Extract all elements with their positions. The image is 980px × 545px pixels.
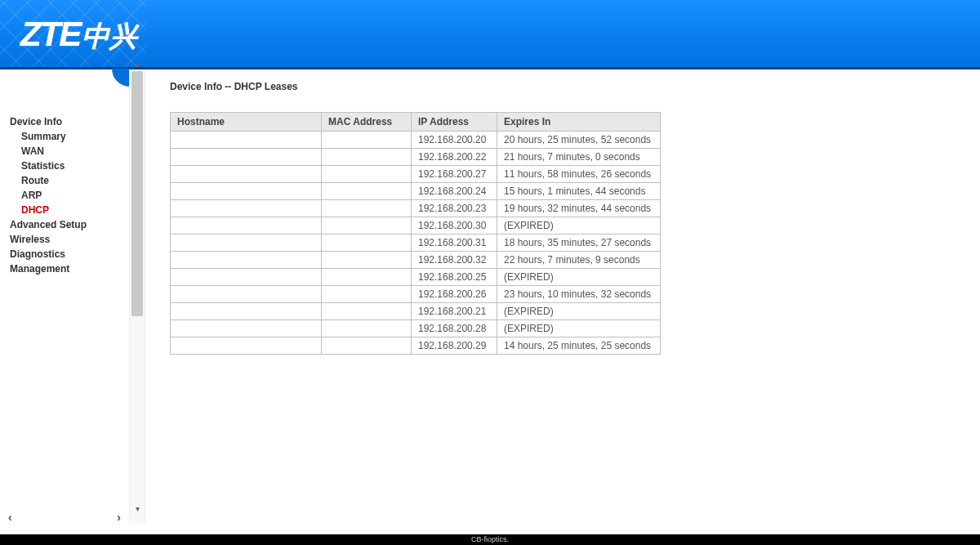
nav-item-statistics[interactable]: Statistics bbox=[10, 159, 129, 173]
header-corner-curve bbox=[112, 69, 130, 87]
footer-text: CB-fioptics. bbox=[471, 535, 509, 543]
th-ip: IP Address bbox=[412, 113, 497, 132]
table-row: 192.168.200.21(EXPIRED) bbox=[171, 303, 661, 320]
header: ZTE 中兴 bbox=[0, 0, 980, 69]
cell-mac bbox=[322, 132, 412, 149]
cell-hostname bbox=[171, 303, 322, 320]
cell-hostname bbox=[171, 166, 322, 183]
cell-ip: 192.168.200.23 bbox=[412, 200, 497, 217]
nav-item-diagnostics[interactable]: Diagnostics bbox=[10, 247, 129, 261]
cell-expires: (EXPIRED) bbox=[497, 303, 661, 320]
cell-expires: 21 hours, 7 minutes, 0 seconds bbox=[497, 149, 661, 166]
table-row: 192.168.200.2020 hours, 25 minutes, 52 s… bbox=[171, 132, 661, 149]
nav-item-wireless[interactable]: Wireless bbox=[10, 232, 129, 247]
table-row: 192.168.200.2319 hours, 32 minutes, 44 s… bbox=[171, 200, 661, 217]
footer-bar: CB-fioptics. bbox=[0, 534, 980, 545]
page-title: Device Info -- DHCP Leases bbox=[170, 81, 956, 92]
table-row: 192.168.200.25(EXPIRED) bbox=[171, 269, 661, 286]
cell-hostname bbox=[171, 217, 322, 235]
nav-item-wan[interactable]: WAN bbox=[10, 144, 129, 159]
scroll-thumb[interactable] bbox=[131, 71, 143, 316]
cell-ip: 192.168.200.30 bbox=[412, 217, 497, 235]
brand-logo-en: ZTE bbox=[20, 15, 80, 54]
sidebar-scrollbar[interactable]: ▴ ▾ bbox=[129, 69, 145, 523]
cell-hostname bbox=[171, 183, 322, 200]
scroll-up-icon[interactable]: ▴ bbox=[131, 58, 143, 69]
table-row: 192.168.200.2711 hours, 58 minutes, 26 s… bbox=[171, 166, 661, 183]
cell-ip: 192.168.200.24 bbox=[412, 183, 497, 200]
table-row: 192.168.200.2914 hours, 25 minutes, 25 s… bbox=[171, 337, 661, 355]
cell-hostname bbox=[171, 252, 322, 269]
cell-hostname bbox=[171, 132, 322, 149]
cell-ip: 192.168.200.28 bbox=[412, 320, 497, 337]
cell-mac bbox=[322, 320, 412, 337]
cell-mac bbox=[322, 183, 412, 200]
cell-expires: 18 hours, 35 minutes, 27 seconds bbox=[497, 235, 661, 252]
cell-ip: 192.168.200.20 bbox=[412, 132, 497, 149]
cell-mac bbox=[322, 200, 412, 217]
cell-mac bbox=[322, 217, 412, 235]
main-content: Device Info -- DHCP Leases Hostname MAC … bbox=[145, 69, 980, 523]
nav-item-dhcp[interactable]: DHCP bbox=[10, 203, 129, 217]
cell-ip: 192.168.200.25 bbox=[412, 269, 497, 286]
cell-hostname bbox=[171, 320, 322, 337]
nav-item-arp[interactable]: ARP bbox=[10, 188, 129, 203]
table-row: 192.168.200.28(EXPIRED) bbox=[171, 320, 661, 337]
nav-item-route[interactable]: Route bbox=[10, 173, 129, 188]
scroll-right-icon[interactable]: › bbox=[117, 511, 121, 524]
cell-ip: 192.168.200.31 bbox=[412, 235, 497, 252]
cell-mac bbox=[322, 286, 412, 303]
cell-expires: 23 hours, 10 minutes, 32 seconds bbox=[497, 286, 661, 303]
table-row: 192.168.200.3222 hours, 7 minutes, 9 sec… bbox=[171, 252, 661, 269]
cell-expires: 22 hours, 7 minutes, 9 seconds bbox=[497, 252, 661, 269]
cell-ip: 192.168.200.26 bbox=[412, 286, 497, 303]
nav-menu: Device InfoSummaryWANStatisticsRouteARPD… bbox=[0, 69, 129, 276]
cell-expires: 15 hours, 1 minutes, 44 seconds bbox=[497, 183, 661, 200]
cell-expires: (EXPIRED) bbox=[497, 269, 661, 286]
dhcp-leases-table: Hostname MAC Address IP Address Expires … bbox=[170, 112, 661, 355]
cell-mac bbox=[322, 303, 412, 320]
cell-ip: 192.168.200.21 bbox=[412, 303, 497, 320]
table-row: 192.168.200.3118 hours, 35 minutes, 27 s… bbox=[171, 235, 661, 252]
cell-mac bbox=[322, 252, 412, 269]
th-hostname: Hostname bbox=[171, 113, 322, 132]
sidebar: Device InfoSummaryWANStatisticsRouteARPD… bbox=[0, 69, 129, 523]
cell-hostname bbox=[171, 269, 322, 286]
nav-item-management[interactable]: Management bbox=[10, 261, 129, 276]
brand-logo: ZTE 中兴 bbox=[20, 15, 137, 56]
cell-expires: (EXPIRED) bbox=[497, 217, 661, 235]
scroll-left-icon[interactable]: ‹ bbox=[8, 511, 12, 524]
nav-item-device-info[interactable]: Device Info bbox=[10, 114, 129, 129]
cell-hostname bbox=[171, 286, 322, 303]
cell-expires: 19 hours, 32 minutes, 44 seconds bbox=[497, 200, 661, 217]
cell-hostname bbox=[171, 235, 322, 252]
cell-ip: 192.168.200.32 bbox=[412, 252, 497, 269]
cell-expires: 20 hours, 25 minutes, 52 seconds bbox=[497, 132, 661, 149]
table-row: 192.168.200.2221 hours, 7 minutes, 0 sec… bbox=[171, 149, 661, 166]
th-mac: MAC Address bbox=[322, 113, 412, 132]
cell-ip: 192.168.200.22 bbox=[412, 149, 497, 166]
th-expires: Expires In bbox=[497, 113, 661, 132]
cell-mac bbox=[322, 149, 412, 166]
cell-ip: 192.168.200.27 bbox=[412, 166, 497, 183]
cell-mac bbox=[322, 269, 412, 286]
table-row: 192.168.200.2415 hours, 1 minutes, 44 se… bbox=[171, 183, 661, 200]
cell-expires: 11 hours, 58 minutes, 26 seconds bbox=[497, 166, 661, 183]
cell-ip: 192.168.200.29 bbox=[412, 337, 497, 355]
cell-expires: 14 hours, 25 minutes, 25 seconds bbox=[497, 337, 661, 355]
table-row: 192.168.200.30(EXPIRED) bbox=[171, 217, 661, 235]
horizontal-scroll[interactable]: ‹ › bbox=[0, 511, 129, 523]
cell-hostname bbox=[171, 149, 322, 166]
cell-expires: (EXPIRED) bbox=[497, 320, 661, 337]
cell-mac bbox=[322, 337, 412, 355]
table-row: 192.168.200.2623 hours, 10 minutes, 32 s… bbox=[171, 286, 661, 303]
nav-item-advanced-setup[interactable]: Advanced Setup bbox=[10, 217, 129, 232]
cell-hostname bbox=[171, 337, 322, 355]
cell-hostname bbox=[171, 200, 322, 217]
cell-mac bbox=[322, 166, 412, 183]
scroll-down-icon[interactable]: ▾ bbox=[131, 503, 143, 514]
brand-logo-cn: 中兴 bbox=[82, 18, 137, 56]
nav-item-summary[interactable]: Summary bbox=[10, 129, 129, 144]
cell-mac bbox=[322, 235, 412, 252]
